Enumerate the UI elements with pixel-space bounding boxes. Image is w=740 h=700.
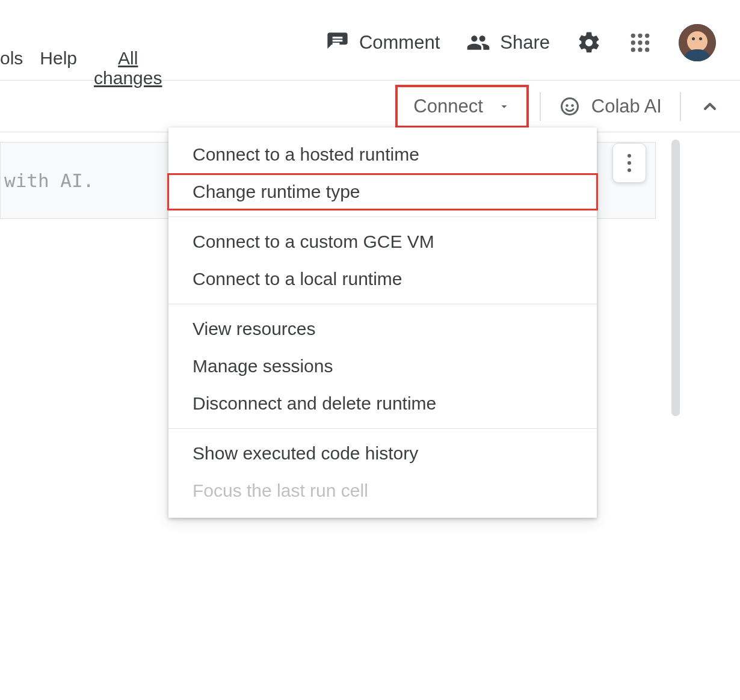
scrollbar[interactable] [671, 140, 680, 416]
menu-divider [168, 304, 597, 304]
menu-divider [168, 428, 597, 429]
svg-point-6 [631, 48, 635, 52]
connect-button[interactable]: Connect [395, 85, 528, 128]
svg-point-4 [638, 40, 642, 45]
svg-point-2 [645, 34, 649, 38]
caret-down-icon [498, 100, 511, 113]
svg-point-13 [627, 161, 631, 165]
share-label: Share [500, 32, 550, 54]
menu-connect-hosted[interactable]: Connect to a hosted runtime [168, 136, 597, 173]
collapse-button[interactable] [692, 97, 728, 116]
svg-point-14 [627, 168, 631, 172]
connect-label: Connect [413, 96, 483, 117]
more-vertical-icon [626, 153, 632, 173]
toolbar: Connect Colab AI [0, 81, 740, 132]
menu-help[interactable]: Help [40, 48, 77, 69]
menu-tools[interactable]: ols [0, 48, 23, 69]
svg-point-0 [631, 34, 635, 38]
menu-change-runtime-type[interactable]: Change runtime type [168, 173, 597, 210]
top-actions: Comment Share [325, 24, 716, 61]
svg-point-9 [561, 98, 578, 114]
gear-icon[interactable] [576, 30, 602, 55]
menu-manage-sessions[interactable]: Manage sessions [168, 348, 597, 385]
menu-focus-last-run: Focus the last run cell [168, 472, 597, 509]
top-bar: ols Help All changes Comment Share [0, 0, 740, 81]
svg-point-8 [645, 48, 649, 52]
avatar[interactable] [679, 24, 716, 61]
svg-point-7 [638, 48, 642, 52]
menu-code-history[interactable]: Show executed code history [168, 435, 597, 472]
menu-disconnect-delete[interactable]: Disconnect and delete runtime [168, 385, 597, 422]
menu-connect-gce[interactable]: Connect to a custom GCE VM [168, 223, 597, 260]
colab-ai-label: Colab AI [591, 96, 662, 117]
svg-point-12 [627, 154, 631, 158]
people-icon [466, 31, 490, 55]
apps-icon[interactable] [628, 31, 652, 55]
cell-more-button[interactable] [612, 143, 646, 183]
svg-point-5 [645, 40, 649, 45]
svg-point-10 [566, 104, 569, 107]
svg-point-11 [571, 104, 574, 107]
chevron-up-icon [700, 97, 720, 116]
cell-placeholder: with AI. [4, 170, 94, 191]
share-button[interactable]: Share [466, 31, 550, 55]
colab-ai-button[interactable]: Colab AI [540, 92, 681, 121]
comment-label: Comment [359, 32, 440, 54]
svg-point-3 [631, 40, 635, 45]
comment-button[interactable]: Comment [325, 31, 440, 55]
connect-dropdown: Connect to a hosted runtime Change runti… [168, 127, 597, 518]
colab-ai-icon [559, 96, 581, 117]
menu-connect-local[interactable]: Connect to a local runtime [168, 260, 597, 298]
menu-divider [168, 216, 597, 217]
comment-icon [325, 31, 350, 55]
svg-point-1 [638, 34, 642, 38]
menu-view-resources[interactable]: View resources [168, 310, 597, 348]
